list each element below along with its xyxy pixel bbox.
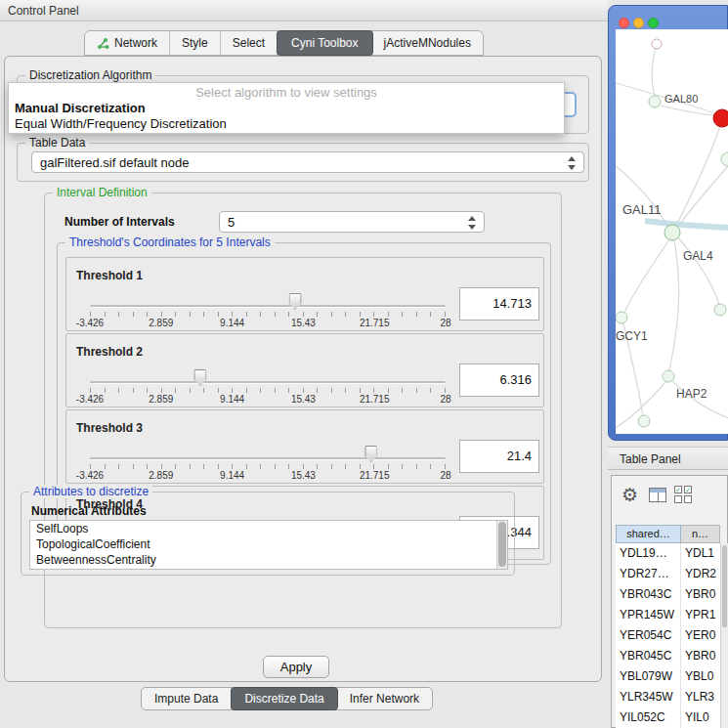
tick-label: 2.859	[149, 394, 173, 405]
attributes-group-title: Attributes to discretize	[29, 485, 152, 498]
list-item[interactable]: TopologicalCoefficient	[30, 536, 507, 552]
table-row[interactable]: YBL079WYBL0	[616, 666, 720, 687]
table-data-combobox[interactable]: galFiltered.sif default node	[31, 151, 584, 173]
tab-discretize-data[interactable]: Discretize Data	[231, 687, 337, 710]
slider-track[interactable]	[90, 381, 446, 384]
threshold-1-slider[interactable]: -3.426 2.859 9.144 15.43 21.715 28	[90, 258, 446, 332]
table-header-row: shared… n…	[616, 525, 720, 543]
network-node[interactable]	[638, 415, 650, 427]
network-node[interactable]	[652, 39, 662, 49]
network-node-gal4[interactable]	[664, 225, 680, 240]
threshold-2-slider[interactable]: -3.426 2.859 9.144 15.43 21.715 28	[90, 334, 446, 408]
slider-track[interactable]	[90, 457, 446, 460]
number-of-intervals-value: 5	[228, 215, 235, 230]
network-canvas[interactable]: GAL80 GAL11 GAL4 GCY1 HAP2	[616, 29, 728, 434]
attributes-list-scrollbar[interactable]	[496, 521, 507, 569]
cell[interactable]: YBR0	[681, 646, 720, 666]
column-header-shared-name[interactable]: shared…	[616, 525, 681, 543]
algorithm-option-equal-width[interactable]: Equal Width/Frequency Discretization	[9, 115, 564, 131]
columns-icon[interactable]	[649, 488, 666, 502]
cell[interactable]: YER0	[681, 625, 720, 646]
cell[interactable]: YBR043C	[616, 584, 681, 605]
network-view-window[interactable]: GAL80 GAL11 GAL4 GCY1 HAP2	[608, 5, 728, 441]
list-item[interactable]: BetweennessCentrality	[30, 552, 507, 568]
cell[interactable]: YDR27…	[616, 564, 681, 584]
screen: Control Panel □ × Network Style Select C…	[0, 0, 728, 728]
threshold-2-panel: Threshold 2 -3.426 2.859 9.144 15.43 21.…	[65, 333, 544, 407]
table-row[interactable]: YER054CYER0	[616, 625, 720, 646]
selected-node-red[interactable]	[713, 109, 728, 127]
tick-label: 28	[440, 470, 450, 481]
cell[interactable]: YLR345W	[616, 687, 681, 707]
tab-impute-data[interactable]: Impute Data	[142, 688, 232, 709]
node-label-gal4: GAL4	[683, 249, 713, 263]
tick-label: 28	[440, 394, 450, 405]
network-node[interactable]	[721, 152, 728, 166]
mac-minimize-button[interactable]	[633, 18, 644, 28]
cell[interactable]: YLR3	[681, 687, 720, 707]
tick-label: 21.715	[360, 318, 390, 328]
node-label-gcy1: GCY1	[616, 329, 648, 343]
mac-close-button[interactable]	[619, 18, 629, 28]
table-row[interactable]: YBR045CYBR0	[616, 646, 720, 666]
cyni-toolbox-panel: Discretization Algorithm Table Data galF…	[4, 56, 602, 682]
network-node-gcy1[interactable]	[616, 312, 627, 323]
table-row[interactable]: YIL052CYIL0	[616, 707, 720, 728]
select-columns-icon[interactable]: ✓✓	[674, 486, 693, 504]
cell[interactable]: YBL0	[681, 666, 720, 687]
tab-jactivemnodules[interactable]: jActiveMNodules	[372, 31, 483, 55]
table-row[interactable]: YDL19…YDL1	[616, 543, 720, 564]
tab-infer-network-label: Infer Network	[350, 692, 419, 706]
cell[interactable]: YDL1	[681, 543, 720, 564]
node-table: ⚙ ✓✓ shared… n… YDL19…YDL1 YDR27…YDR2 YB…	[611, 475, 728, 728]
threshold-3-slider[interactable]: -3.426 2.859 9.144 15.43 21.715 28	[90, 410, 446, 485]
tab-style[interactable]: Style	[170, 31, 221, 55]
cell[interactable]: YDL19…	[616, 543, 681, 564]
combobox-arrows-icon	[468, 216, 477, 230]
algorithm-option-manual[interactable]: Manual Discretization	[9, 100, 564, 115]
table-row[interactable]: YDR27…YDR2	[616, 564, 720, 584]
table-row[interactable]: YLR345WYLR3	[616, 687, 720, 707]
tab-network[interactable]: Network	[85, 31, 170, 55]
cell[interactable]: YDR2	[681, 564, 720, 584]
table-data-group: Table Data galFiltered.sif default node	[17, 143, 589, 182]
network-node-gal80[interactable]	[649, 96, 661, 107]
slider-tick-labels: -3.426 2.859 9.144 15.43 21.715 28	[90, 394, 446, 406]
list-item[interactable]: SelfLoops	[30, 521, 507, 536]
apply-button[interactable]: Apply	[263, 656, 329, 678]
tab-select[interactable]: Select	[221, 31, 278, 55]
tab-cyni-toolbox[interactable]: Cyni Toolbox	[277, 30, 372, 56]
gear-icon[interactable]: ⚙	[621, 484, 638, 506]
tick-label: 15.43	[291, 394, 316, 405]
network-node[interactable]	[714, 304, 726, 316]
threshold-2-value-field[interactable]: 6.316	[459, 364, 539, 397]
table-data-group-title: Table Data	[25, 136, 89, 150]
cell[interactable]: YPR145W	[616, 605, 681, 625]
cell[interactable]: YBL079W	[616, 666, 681, 687]
algorithm-dropdown-popup: Select algorithm to view settings Manual…	[8, 82, 565, 134]
tab-impute-data-label: Impute Data	[154, 692, 218, 706]
slider-track[interactable]	[90, 305, 446, 308]
cell[interactable]: YBR0	[681, 584, 720, 605]
cell[interactable]: YER054C	[616, 625, 681, 646]
cell[interactable]: YPR1	[681, 605, 720, 625]
interval-definition-group-title: Interval Definition	[53, 186, 151, 199]
network-node-hap2[interactable]	[663, 370, 674, 382]
threshold-3-panel: Threshold 3 -3.426 2.859 9.144 15.43 21.…	[65, 409, 544, 484]
tab-infer-network[interactable]: Infer Network	[337, 688, 432, 709]
threshold-3-value-field[interactable]: 21.4	[459, 440, 539, 473]
table-data-combobox-value: galFiltered.sif default node	[40, 155, 189, 170]
table-scrollbar[interactable]	[720, 543, 728, 728]
table-row[interactable]: YBR043CYBR0	[616, 584, 720, 605]
discretization-algorithm-group-title: Discretization Algorithm	[25, 68, 155, 82]
cell[interactable]: YBR045C	[616, 646, 681, 666]
mac-zoom-button[interactable]	[648, 18, 659, 28]
threshold-1-value-field[interactable]: 14.713	[459, 287, 539, 321]
column-header-name[interactable]: n…	[681, 525, 720, 543]
cell[interactable]: YIL052C	[616, 707, 681, 728]
tick-label: 21.715	[360, 394, 390, 405]
tab-select-label: Select	[233, 36, 265, 50]
table-row[interactable]: YPR145WYPR1	[616, 605, 720, 625]
number-of-intervals-combobox[interactable]: 5	[219, 211, 485, 233]
cell[interactable]: YIL0	[681, 707, 720, 728]
